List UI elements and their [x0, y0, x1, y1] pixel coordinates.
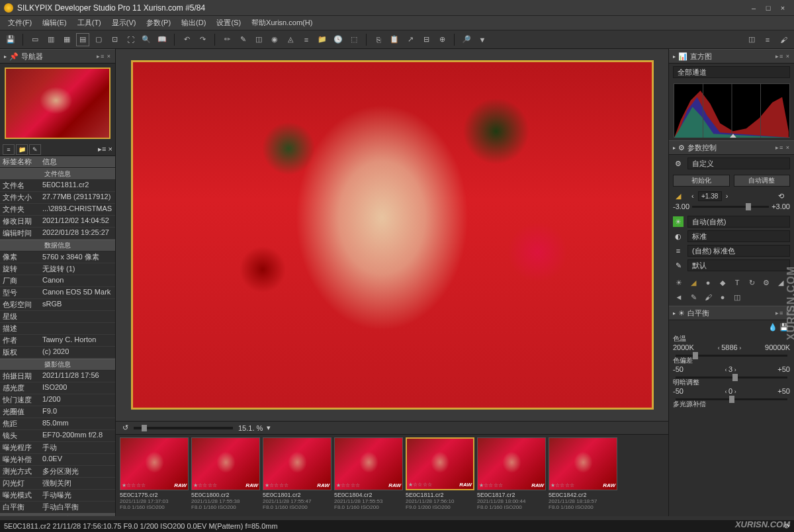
ev-left-icon[interactable]: ‹ [691, 192, 694, 200]
tool-crop-icon[interactable]: ◫ [731, 291, 743, 303]
thumbnail[interactable]: ★ ☆ ☆ ☆ ☆RAW5E0C1801.cr22021/11/28 17:55… [263, 437, 331, 513]
sliders-icon[interactable]: ≡ [761, 33, 774, 46]
info-table[interactable]: 文件信息 文件名5E0C1811.cr2文件大小27.77MB (2911791… [0, 168, 115, 516]
channel-dropdown[interactable]: 全部通道 [673, 66, 790, 78]
color-icon: ≡ [673, 245, 684, 256]
paste-icon[interactable]: 📋 [388, 33, 401, 46]
target-icon[interactable]: ⊕ [435, 33, 449, 46]
init-button[interactable]: 初始化 [673, 175, 730, 187]
tool-tone-icon[interactable]: ◢ [687, 277, 699, 288]
tab-folder-icon[interactable]: 📁 [16, 144, 28, 155]
crop-icon[interactable]: ◫ [252, 33, 265, 46]
brush3-icon[interactable]: 🖌 [777, 33, 790, 46]
dark-slider[interactable] [676, 398, 787, 400]
auto-nat-dropdown[interactable]: 自动(自然) [687, 216, 790, 228]
export-icon[interactable]: ↗ [404, 33, 417, 46]
zoom-slider[interactable] [134, 427, 233, 429]
compare-icon[interactable]: ⊟ [419, 33, 433, 46]
menu-file[interactable]: 文件(F) [3, 17, 37, 29]
zoom-icon[interactable]: 🔍 [140, 33, 153, 46]
rotate-left-icon[interactable]: ↺ [122, 423, 128, 432]
ev-right-icon[interactable]: › [726, 192, 728, 200]
tool-sun-icon[interactable]: ☀ [673, 277, 685, 288]
tool-sharpen-icon[interactable]: ◆ [717, 277, 728, 288]
navigator-header[interactable]: ▸ 📌 导航器 ▸≡ × [0, 49, 115, 64]
preset-dropdown[interactable]: 自定义 [687, 157, 790, 169]
filter-icon[interactable]: ▼ [476, 33, 489, 46]
minimize-button[interactable]: – [746, 3, 761, 13]
ev-slider[interactable] [692, 206, 769, 208]
layout4-icon[interactable]: ▤ [76, 33, 89, 46]
layout6-icon[interactable]: ⊡ [108, 33, 121, 46]
default-dropdown[interactable]: 默认 [687, 259, 790, 271]
thumbnail[interactable]: ★ ☆ ☆ ☆ ☆RAW5E0C1842.cr22021/11/28 18:18… [549, 437, 617, 513]
dark-value[interactable]: 0 [728, 387, 732, 395]
tint-value[interactable]: 3 [728, 365, 732, 373]
tool-gear-icon[interactable]: ⚙ [760, 277, 772, 288]
thumbnail[interactable]: ★ ☆ ☆ ☆ ☆RAW5E0C1775.cr22021/11/28 17:37… [120, 437, 189, 513]
folder-icon[interactable]: 📁 [316, 33, 329, 46]
wb-picker-icon[interactable]: 💧 [768, 323, 777, 331]
menu-settings[interactable]: 设置(S) [211, 17, 246, 29]
panel-menu-icon[interactable]: ▸≡ × [97, 53, 111, 60]
tool-pen-icon[interactable]: ✎ [687, 291, 699, 303]
natstd-dropdown[interactable]: (自然) 标准色 [687, 245, 790, 257]
std-dropdown[interactable]: 标准 [687, 230, 790, 242]
search-icon[interactable]: 🔎 [460, 33, 473, 46]
tool-text-icon[interactable]: T [731, 277, 743, 288]
layout5-icon[interactable]: ▢ [92, 33, 105, 46]
tint-slider[interactable] [676, 377, 787, 378]
undo-icon[interactable]: ↶ [180, 33, 193, 46]
temp-slider[interactable] [676, 355, 787, 357]
book-icon[interactable]: 📖 [155, 33, 169, 46]
collapse-icon[interactable]: ▸ [4, 54, 7, 60]
window-icon[interactable]: ◫ [745, 33, 758, 46]
select-icon[interactable]: ◬ [284, 33, 297, 46]
tab-exif-icon[interactable]: ≡ [3, 144, 15, 155]
ev-reset-icon[interactable]: ⟲ [775, 191, 786, 201]
copy-icon[interactable]: ⎘ [372, 33, 385, 46]
zoom-dropdown-icon[interactable]: ▾ [267, 423, 271, 432]
brush1-icon[interactable]: ✏ [220, 33, 234, 46]
tool-fish-icon[interactable]: ◄ [673, 291, 685, 303]
paramctrl-header[interactable]: ▸⚙ 参数控制▸≡ × [669, 140, 794, 155]
menu-tool[interactable]: 工具(T) [72, 17, 107, 29]
tool-ball-icon[interactable]: ● [702, 277, 714, 288]
tool-rotate-icon[interactable]: ↻ [746, 277, 758, 288]
menu-param[interactable]: 参数(P) [141, 17, 176, 29]
info-menu-icon[interactable]: ▸≡ × [98, 145, 112, 154]
save-icon[interactable]: 💾 [4, 33, 17, 46]
layout2-icon[interactable]: ▥ [44, 33, 58, 46]
redo-icon[interactable]: ↷ [196, 33, 209, 46]
thumbnail[interactable]: ★ ☆ ☆ ☆ ☆RAW5E0C1811.cr22021/11/28 17:56… [406, 437, 474, 513]
ev-value[interactable]: +1.38 [698, 191, 722, 201]
temp-value[interactable]: 5886 [721, 343, 737, 351]
tool-brush-icon[interactable]: 🖌 [702, 291, 714, 303]
thumbnail[interactable]: ★ ☆ ☆ ☆ ☆RAW5E0C1804.cr22021/11/28 17:55… [334, 437, 403, 513]
thumbnail[interactable]: ★ ☆ ☆ ☆ ☆RAW5E0C1817.cr22021/11/28 18:00… [477, 437, 546, 513]
tab-tag-icon[interactable]: ✎ [29, 144, 41, 155]
auto-button[interactable]: 自动调整 [734, 175, 791, 187]
status-text: 5E0C1811.cr2 21/11/28 17:56:10.75 F9.0 1… [4, 522, 278, 530]
trash-icon[interactable]: ⬚ [347, 33, 361, 46]
menu-output[interactable]: 输出(D) [176, 17, 211, 29]
menu-view[interactable]: 显示(V) [107, 17, 142, 29]
layout1-icon[interactable]: ▭ [28, 33, 42, 46]
menu-help[interactable]: 帮助Xurisn.com(H) [246, 17, 318, 29]
histogram-header[interactable]: ▸📊 直方图 ▸≡ × [669, 49, 794, 64]
history-icon[interactable]: 🕓 [331, 33, 345, 46]
navigator-thumbnail[interactable] [5, 67, 110, 139]
wb-header[interactable]: ▸☀ 白平衡▸≡ × [669, 306, 794, 320]
brush2-icon[interactable]: ✎ [236, 33, 249, 46]
layers-icon[interactable]: ≡ [300, 33, 313, 46]
layout3-icon[interactable]: ▦ [60, 33, 73, 46]
maximize-button[interactable]: □ [761, 3, 775, 13]
preview-area[interactable] [116, 49, 668, 421]
thumbnail[interactable]: ★ ☆ ☆ ☆ ☆RAW5E0C1800.cr22021/11/28 17:55… [191, 437, 260, 513]
filmstrip[interactable]: ★ ☆ ☆ ☆ ☆RAW5E0C1775.cr22021/11/28 17:37… [116, 434, 668, 516]
menu-edit[interactable]: 编辑(E) [37, 17, 72, 29]
fit-icon[interactable]: ⛶ [124, 33, 137, 46]
tool-dot-icon[interactable]: ● [717, 291, 728, 303]
close-button[interactable]: × [775, 3, 790, 13]
clone-icon[interactable]: ◉ [268, 33, 281, 46]
